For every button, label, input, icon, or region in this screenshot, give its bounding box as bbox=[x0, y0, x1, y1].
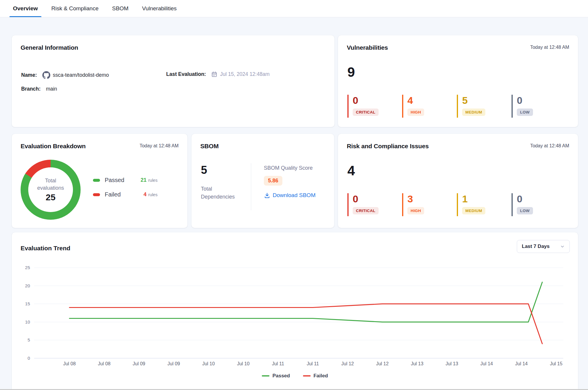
x-tick-label: Jul 12 bbox=[376, 361, 389, 366]
vertical-divider bbox=[251, 163, 251, 210]
repo-name-value: ssca-team/todolist-demo bbox=[53, 72, 109, 78]
legend-count: 21 bbox=[135, 177, 146, 183]
evaluation-breakdown-timestamp: Today at 12:48 AM bbox=[139, 143, 179, 149]
vulnerabilities-total: 9 bbox=[347, 65, 355, 79]
card-title-evaluation-trend: Evaluation Trend bbox=[21, 245, 70, 252]
severity-badge: LOW bbox=[517, 109, 533, 116]
y-tick-label: 5 bbox=[28, 337, 30, 342]
evaluation-trend-card: Evaluation Trend Last 7 Days 0510152025J… bbox=[12, 232, 578, 390]
y-tick-label: 20 bbox=[25, 283, 30, 288]
severity-item-high: 4HIGH bbox=[402, 95, 457, 118]
tab-risk-compliance[interactable]: Risk & Compliance bbox=[51, 0, 99, 17]
severity-badge: MEDIUM bbox=[462, 207, 485, 214]
tab-label: SBOM bbox=[112, 5, 129, 12]
legend-swatch-icon bbox=[93, 179, 100, 182]
download-sbom-link[interactable]: Download SBOM bbox=[264, 192, 316, 199]
y-tick-label: 0 bbox=[28, 356, 30, 361]
chevron-down-icon bbox=[560, 244, 565, 249]
chart-legend-item-failed: Failed bbox=[303, 373, 328, 379]
severity-count: 0 bbox=[517, 95, 566, 106]
severity-count: 4 bbox=[407, 95, 457, 106]
x-tick-label: Jul 09 bbox=[133, 361, 145, 366]
vulnerabilities-severity-row: 0CRITICAL4HIGH5MEDIUM0LOW bbox=[347, 95, 566, 118]
donut-total-value: 25 bbox=[46, 192, 55, 202]
y-tick-label: 15 bbox=[25, 301, 30, 306]
x-tick-label: Jul 13 bbox=[411, 361, 424, 366]
card-title-vulnerabilities: Vulnerabilities bbox=[347, 44, 388, 51]
x-tick-label: Jul 11 bbox=[307, 361, 319, 366]
severity-badge: CRITICAL bbox=[353, 207, 379, 214]
tab-label: Overview bbox=[13, 5, 38, 12]
risk-compliance-severity-row: 0CRITICAL3HIGH1MEDIUM0LOW bbox=[347, 193, 566, 216]
tab-label: Risk & Compliance bbox=[51, 5, 99, 12]
severity-item-critical: 0CRITICAL bbox=[347, 95, 402, 118]
legend-line-swatch-icon bbox=[262, 375, 269, 376]
series-line-failed bbox=[69, 304, 542, 344]
download-icon bbox=[264, 192, 270, 199]
evaluation-breakdown-card: Evaluation Breakdown Today at 12:48 AM T… bbox=[12, 134, 187, 228]
breakdown-legend-row: Passed21rules bbox=[93, 177, 157, 184]
general-information-card: General Information Name: ssca-team/todo… bbox=[12, 35, 334, 127]
legend-unit: rules bbox=[148, 192, 157, 197]
risk-compliance-total: 4 bbox=[347, 164, 355, 177]
x-tick-label: Jul 10 bbox=[202, 361, 215, 366]
severity-badge: CRITICAL bbox=[353, 109, 379, 116]
vulnerabilities-timestamp: Today at 12:48 AM bbox=[530, 44, 569, 50]
x-tick-label: Jul 09 bbox=[167, 361, 180, 366]
severity-item-medium: 1MEDIUM bbox=[457, 193, 512, 216]
sbom-card: SBOM 5 Total Dependencies SBOM Quality S… bbox=[191, 134, 334, 228]
legend-series-name: Passed bbox=[272, 373, 290, 379]
vulnerabilities-card: Vulnerabilities Today at 12:48 AM 9 0CRI… bbox=[338, 35, 578, 127]
sbom-quality-section: SBOM Quality Score 5.86 Download SBOM bbox=[264, 165, 316, 199]
legend-count: 4 bbox=[135, 191, 146, 198]
evaluation-trend-chart: 0510152025Jul 08Jul 08Jul 09Jul 09Jul 10… bbox=[21, 262, 569, 372]
x-tick-label: Jul 12 bbox=[341, 361, 354, 366]
branch-value: main bbox=[46, 86, 57, 92]
breakdown-legend-row: Failed4rules bbox=[93, 191, 157, 198]
card-title-general-information: General Information bbox=[21, 44, 78, 51]
chart-legend-item-passed: Passed bbox=[262, 373, 290, 379]
risk-compliance-card: Risk and Compliance Issues Today at 12:4… bbox=[338, 134, 578, 228]
x-tick-label: Jul 15 bbox=[550, 361, 562, 366]
legend-label: Failed bbox=[105, 191, 135, 198]
severity-count: 3 bbox=[407, 194, 457, 204]
severity-item-low: 0LOW bbox=[512, 193, 566, 216]
sbom-quality-score-badge: 5.86 bbox=[264, 176, 282, 186]
total-dependencies-label: Total Dependencies bbox=[201, 185, 245, 201]
total-dependencies-value: 5 bbox=[201, 164, 207, 176]
severity-item-medium: 5MEDIUM bbox=[457, 95, 512, 118]
download-sbom-label: Download SBOM bbox=[273, 192, 316, 199]
x-tick-label: Jul 14 bbox=[480, 361, 493, 366]
severity-count: 0 bbox=[517, 194, 566, 204]
legend-swatch-icon bbox=[93, 193, 100, 196]
time-range-dropdown[interactable]: Last 7 Days bbox=[517, 240, 570, 253]
card-title-risk-compliance: Risk and Compliance Issues bbox=[347, 143, 429, 150]
severity-badge: LOW bbox=[517, 207, 533, 214]
legend-unit: rules bbox=[148, 178, 157, 183]
series-line-passed bbox=[69, 282, 542, 322]
y-tick-label: 25 bbox=[25, 265, 30, 270]
legend-series-name: Failed bbox=[314, 373, 328, 379]
severity-item-high: 3HIGH bbox=[402, 193, 457, 216]
severity-count: 1 bbox=[462, 194, 512, 204]
evaluation-trend-chart-area: 0510152025Jul 08Jul 08Jul 09Jul 09Jul 10… bbox=[21, 262, 569, 373]
last-evaluation-label: Last Evaluation: bbox=[166, 71, 206, 77]
calendar-icon bbox=[211, 71, 217, 77]
severity-count: 0 bbox=[353, 194, 402, 204]
tab-vulnerabilities[interactable]: Vulnerabilities bbox=[142, 0, 177, 17]
severity-badge: HIGH bbox=[407, 207, 424, 214]
tab-sbom[interactable]: SBOM bbox=[112, 0, 129, 17]
time-range-value: Last 7 Days bbox=[522, 244, 550, 249]
legend-line-swatch-icon bbox=[303, 375, 311, 376]
donut-center-label: Total evaluations bbox=[34, 177, 68, 191]
severity-count: 0 bbox=[353, 95, 402, 106]
y-tick-label: 10 bbox=[25, 319, 30, 324]
chart-legend: PassedFailed bbox=[12, 373, 578, 379]
legend-label: Passed bbox=[105, 177, 135, 184]
dashboard-page: { "colors": { "accent_blue": "#1B78D9", … bbox=[0, 0, 588, 390]
tab-overview[interactable]: Overview bbox=[13, 0, 38, 17]
severity-badge: MEDIUM bbox=[462, 109, 485, 116]
severity-count: 5 bbox=[462, 95, 512, 106]
severity-badge: HIGH bbox=[407, 109, 424, 116]
severity-item-critical: 0CRITICAL bbox=[347, 193, 402, 216]
